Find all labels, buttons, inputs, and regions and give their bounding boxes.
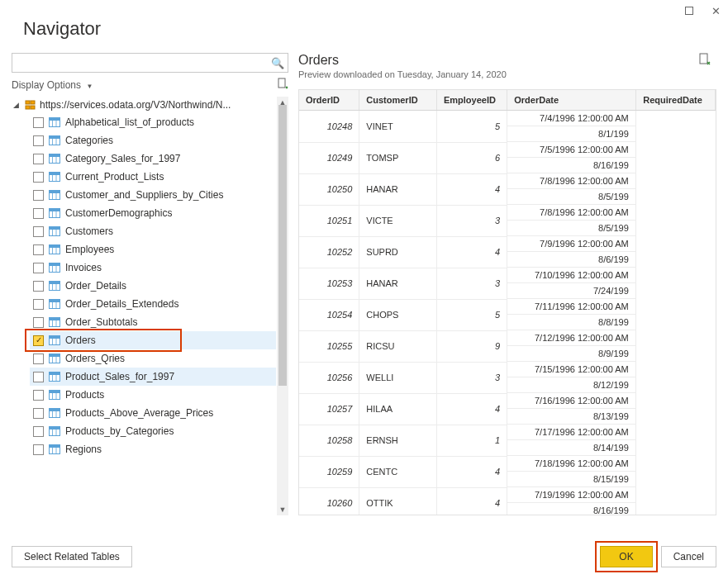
cell: 10260 — [299, 487, 359, 515]
cell: 10254 — [299, 299, 359, 330]
maximize-button[interactable] — [683, 5, 695, 17]
svg-rect-14 — [50, 154, 60, 158]
column-header[interactable]: EmployeeID — [436, 90, 507, 111]
table-row[interactable]: 10256WELLI37/15/1996 12:00:00 AM8/12/199 — [299, 362, 716, 393]
preview-title: Orders — [298, 53, 507, 68]
table-icon — [49, 263, 60, 273]
table-row[interactable]: 10258ERNSH17/17/1996 12:00:00 AM8/14/199 — [299, 425, 716, 456]
tree-item[interactable]: Employees — [30, 240, 276, 259]
checkbox[interactable] — [33, 263, 44, 273]
tree-item[interactable]: Alphabetical_list_of_products — [30, 113, 276, 131]
search-icon[interactable]: 🔍 — [271, 57, 284, 69]
tree-item[interactable]: Categories — [30, 131, 276, 149]
cell: 4 — [436, 393, 507, 425]
column-header[interactable]: OrderID — [299, 90, 359, 111]
tree-item[interactable]: Order_Subtotals — [30, 313, 276, 331]
collapse-icon[interactable]: ◢ — [13, 101, 21, 109]
tree-item[interactable]: Orders_Qries — [30, 349, 276, 368]
checkbox[interactable] — [33, 190, 44, 201]
tree-item[interactable]: Products — [30, 386, 276, 404]
tree-item[interactable]: Products_by_Categories — [30, 422, 276, 440]
checkbox[interactable] — [33, 281, 44, 292]
tree-item-label: Orders — [65, 335, 96, 346]
table-row[interactable]: 10249TOMSP67/5/1996 12:00:00 AM8/16/199 — [299, 142, 716, 173]
checkbox[interactable] — [33, 117, 44, 128]
refresh-icon[interactable] — [277, 78, 288, 92]
cell: 8/6/199 — [507, 252, 636, 268]
checkbox[interactable] — [33, 354, 44, 364]
tree-item[interactable]: Invoices — [30, 259, 276, 277]
ok-button[interactable]: OK — [600, 546, 652, 567]
tree-item[interactable]: Order_Details — [30, 277, 276, 295]
scroll-thumb[interactable] — [278, 105, 287, 386]
cell: 8/1/199 — [507, 126, 636, 142]
select-related-tables-button[interactable]: Select Related Tables — [12, 546, 132, 567]
tree-root-label: https://services.odata.org/V3/Northwind/… — [40, 99, 231, 111]
checkbox[interactable] — [33, 426, 44, 437]
cell: 7/5/1996 12:00:00 AM — [507, 142, 636, 158]
checkbox[interactable] — [33, 299, 44, 310]
table-row[interactable]: 10257HILAA47/16/1996 12:00:00 AM8/13/199 — [299, 393, 716, 425]
tree-root-node[interactable]: ◢ https://services.odata.org/V3/Northwin… — [12, 97, 276, 113]
table-row[interactable]: 10255RICSU97/12/1996 12:00:00 AM8/9/199 — [299, 330, 716, 362]
column-header[interactable]: OrderDate — [507, 90, 636, 111]
tree-item[interactable]: Regions — [30, 440, 276, 458]
tree-item[interactable]: Order_Details_Extendeds — [30, 295, 276, 313]
table-row[interactable]: 10253HANAR37/10/1996 12:00:00 AM7/24/199 — [299, 268, 716, 299]
table-row[interactable]: 10252SUPRD47/9/1996 12:00:00 AM8/6/199 — [299, 236, 716, 268]
checkbox[interactable] — [33, 226, 44, 237]
tree-item[interactable]: Current_Product_Lists — [30, 168, 276, 186]
checkbox[interactable] — [33, 244, 44, 255]
checkbox[interactable] — [33, 408, 44, 419]
close-button[interactable]: ✕ — [710, 5, 721, 17]
checkbox[interactable] — [33, 208, 44, 219]
table-row[interactable]: 10250HANAR47/8/1996 12:00:00 AM8/5/199 — [299, 173, 716, 205]
tree: ◢ https://services.odata.org/V3/Northwin… — [12, 97, 276, 515]
svg-rect-10 — [50, 136, 60, 140]
column-header[interactable]: RequiredDate — [636, 90, 716, 111]
cell: 10255 — [299, 330, 359, 362]
tree-item-label: Products_Above_Average_Prices — [65, 407, 213, 419]
table-row[interactable]: 10259CENTC47/18/1996 12:00:00 AM8/15/199 — [299, 456, 716, 487]
tree-item[interactable]: Category_Sales_for_1997 — [30, 149, 276, 168]
maximize-icon — [685, 7, 693, 15]
svg-rect-78 — [50, 445, 60, 448]
cell: VICTE — [359, 205, 437, 236]
edit-preview-icon[interactable] — [698, 53, 711, 69]
cancel-button[interactable]: Cancel — [661, 546, 716, 567]
svg-rect-4 — [31, 106, 35, 109]
tree-item[interactable]: CustomerDemographics — [30, 204, 276, 222]
tree-item[interactable]: Product_Sales_for_1997 — [30, 368, 276, 386]
table-row[interactable]: 10248VINET57/4/1996 12:00:00 AM8/1/199 — [299, 111, 716, 143]
table-icon — [49, 372, 60, 382]
checkbox[interactable] — [33, 172, 44, 183]
cell: 8/14/199 — [507, 440, 636, 456]
cell: 8/5/199 — [507, 221, 636, 236]
checkbox[interactable] — [33, 154, 44, 164]
checkbox[interactable] — [33, 444, 44, 455]
table-row[interactable]: 10260OTTIK47/19/1996 12:00:00 AM8/16/199 — [299, 487, 716, 515]
checkbox[interactable] — [33, 135, 44, 146]
tree-item[interactable]: Customers — [30, 222, 276, 240]
tree-scrollbar[interactable]: ▲ ▼ — [277, 97, 288, 515]
table-icon — [49, 135, 60, 145]
checkbox[interactable] — [33, 372, 44, 382]
search-input[interactable] — [17, 56, 271, 69]
cell: 9 — [436, 330, 507, 362]
search-box[interactable]: 🔍 — [12, 53, 288, 73]
svg-rect-42 — [50, 282, 60, 285]
display-options-button[interactable]: Display Options ▼ — [12, 79, 93, 91]
cell: CHOPS — [359, 299, 437, 330]
cell: ERNSH — [359, 425, 437, 456]
column-header[interactable]: CustomerID — [359, 90, 437, 111]
tree-item[interactable]: Products_Above_Average_Prices — [30, 404, 276, 422]
checkbox[interactable] — [33, 390, 44, 401]
table-row[interactable]: 10254CHOPS57/11/1996 12:00:00 AM8/8/199 — [299, 299, 716, 330]
checkbox[interactable] — [33, 317, 44, 328]
svg-rect-30 — [50, 227, 60, 230]
checkbox[interactable] — [33, 335, 44, 346]
table-row[interactable]: 10251VICTE37/8/1996 12:00:00 AM8/5/199 — [299, 205, 716, 236]
tree-item[interactable]: Customer_and_Suppliers_by_Cities — [30, 186, 276, 204]
tree-item[interactable]: Orders — [30, 331, 276, 349]
scroll-down-icon[interactable]: ▼ — [277, 504, 288, 515]
